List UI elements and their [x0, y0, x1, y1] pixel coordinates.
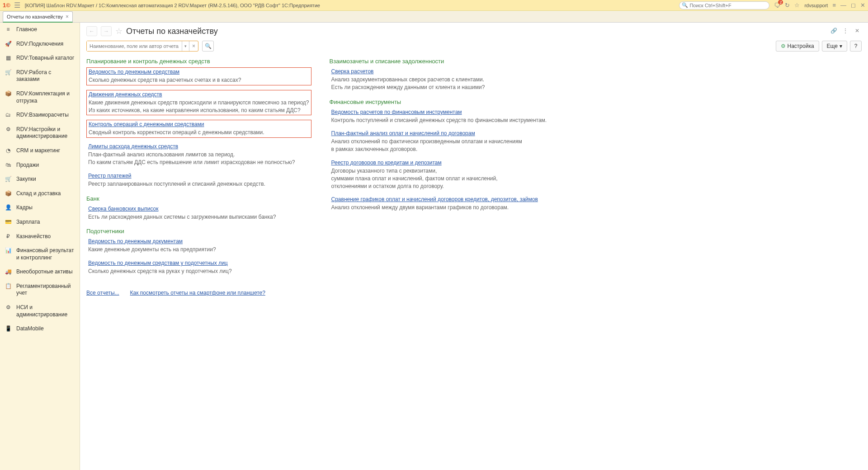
sidebar-label: RDV:Подключения: [16, 41, 63, 48]
sidebar-item[interactable]: 📱DataMobile: [0, 322, 80, 336]
report-link-cash-statement[interactable]: Ведомость по денежным средствам: [89, 69, 179, 75]
report-search-wrap: ▾ ×: [86, 41, 198, 52]
sidebar-label: RDV:Взаиморасчеты: [16, 112, 69, 119]
report-link-loan-deposit-register[interactable]: Реестр договоров по кредитам и депозитам: [331, 160, 442, 166]
report-link-schedule-compare[interactable]: Сравнение графиков оплат и начислений до…: [331, 196, 538, 202]
report-desc: Какие движения денежных средств происход…: [89, 99, 309, 114]
sidebar-label: Главное: [16, 26, 37, 33]
favorite-star-icon[interactable]: ☆: [115, 26, 123, 36]
sidebar-item[interactable]: ▦RDV:Товарный каталог: [0, 51, 80, 66]
sidebar-item[interactable]: 📊Финансовый результат и контроллинг: [0, 244, 80, 265]
sidebar-label: RDV:Комплектация и отгрузка: [16, 90, 75, 104]
nav-forward-button[interactable]: →: [101, 26, 112, 36]
sidebar-label: Закупки: [16, 176, 36, 183]
sidebar-item[interactable]: 🚀RDV:Подключения: [0, 37, 80, 52]
content-area: ← → ☆ Отчеты по казначейству 🔗 ⋮ ✕ ▾ × 🔍…: [80, 23, 868, 470]
sidebar-item[interactable]: 🛒RDV:Работа с заказами: [0, 66, 80, 87]
menu-icon[interactable]: ☰: [14, 1, 20, 9]
sidebar-item[interactable]: ⚙RDV:Настройки и администрирование: [0, 122, 80, 144]
sidebar-item[interactable]: 🛒Закупки: [0, 172, 80, 187]
tab-reports-treasury[interactable]: Отчеты по казначейству ×: [3, 11, 73, 23]
sidebar-icon: ⚙: [5, 126, 12, 132]
section-title: Финансовые инструменты: [330, 99, 549, 105]
link-icon[interactable]: 🔗: [829, 26, 838, 35]
sidebar-item[interactable]: 💳Зарплата: [0, 215, 80, 230]
all-reports-link[interactable]: Все отчеты...: [86, 290, 119, 296]
sidebar-icon: 🛍: [5, 162, 12, 168]
nav-back-button[interactable]: ←: [86, 26, 97, 36]
report-link-fin-instruments[interactable]: Ведомость расчетов по финансовым инструм…: [331, 109, 462, 115]
help-button[interactable]: ?: [850, 41, 862, 52]
global-search-input[interactable]: [679, 1, 769, 9]
report-block: План-фактный анализ оплат и начислений п…: [330, 129, 549, 154]
search-clear-icon[interactable]: ×: [189, 41, 198, 51]
notifications-icon[interactable]: 🗨2: [774, 2, 780, 9]
section-title: Банк: [86, 195, 311, 202]
sidebar-item[interactable]: 📦RDV:Комплектация и отгрузка: [0, 87, 80, 108]
maximize-icon[interactable]: ◻: [851, 2, 856, 9]
sidebar-label: Склад и доставка: [16, 190, 61, 197]
settings-button[interactable]: ⚙Настройка: [776, 41, 819, 52]
settings-icon[interactable]: ≡: [832, 2, 836, 9]
search-button[interactable]: 🔍: [202, 41, 214, 52]
report-search-input[interactable]: [87, 41, 182, 51]
more-button[interactable]: Еще ▾: [822, 41, 847, 52]
report-desc: Какие денежные документы есть на предпри…: [88, 246, 310, 254]
report-block: Ведомость по денежным средствам у подотч…: [86, 259, 311, 276]
sidebar-icon: ◔: [5, 147, 12, 154]
sidebar-item[interactable]: 🗂RDV:Взаиморасчеты: [0, 108, 80, 122]
section-title: Планирование и контроль денежных средств: [86, 58, 311, 65]
report-link-cash-ops-control[interactable]: Контроль операций с денежными средствами: [89, 121, 204, 127]
close-icon[interactable]: ✕: [860, 2, 865, 9]
search-dropdown-icon[interactable]: ▾: [182, 41, 189, 51]
sidebar-label: Финансовый результат и контроллинг: [16, 247, 75, 261]
report-block: Реестр платежей Реестр запланированных п…: [86, 172, 311, 189]
report-link-spend-limits[interactable]: Лимиты расхода денежных средств: [88, 143, 178, 150]
favorite-icon[interactable]: ☆: [794, 2, 800, 9]
report-link-cash-docs[interactable]: Ведомость по денежным документам: [88, 238, 183, 244]
sidebar-icon: ≡: [5, 26, 12, 33]
sidebar-label: Кадры: [16, 204, 33, 212]
mobile-howto-link[interactable]: Как посмотреть отчеты на смартфоне или п…: [130, 290, 265, 296]
sidebar-item[interactable]: 🚚Внеоборотные активы: [0, 265, 80, 279]
sidebar-item[interactable]: 📋Регламентированный учет: [0, 279, 80, 301]
report-desc: Договоры указанного типа с реквизитами,с…: [331, 167, 547, 190]
sidebar-icon: 📦: [5, 90, 12, 97]
sidebar-item[interactable]: ₽Казначейство: [0, 230, 80, 244]
sidebar-icon: 🗂: [5, 112, 12, 118]
report-link-bank-reconcile[interactable]: Сверка банковских выписок: [88, 206, 159, 212]
page-title: Отчеты по казначейству: [126, 27, 218, 36]
kebab-icon[interactable]: ⋮: [841, 26, 850, 35]
sidebar-label: RDV:Работа с заказами: [16, 69, 75, 83]
report-link-plan-fact-payments[interactable]: План-фактный анализ оплат и начислений п…: [331, 130, 475, 136]
close-content-icon[interactable]: ✕: [853, 26, 862, 35]
notif-badge: 2: [778, 0, 783, 5]
tabbar: Отчеты по казначейству ×: [0, 11, 868, 23]
report-link-payment-register[interactable]: Реестр платежей: [88, 173, 132, 179]
sidebar-item[interactable]: ≡Главное: [0, 23, 80, 37]
report-block: Ведомость по денежным средствам Сколько …: [86, 67, 311, 85]
history-icon[interactable]: ↻: [785, 2, 790, 9]
sidebar-item[interactable]: 📦Склад и доставка: [0, 187, 80, 201]
sidebar-label: Зарплата: [16, 219, 40, 226]
report-link-cash-flow[interactable]: Движения денежных средств: [89, 91, 162, 98]
sidebar-item[interactable]: ⚙НСИ и администрирование: [0, 301, 80, 322]
global-search: 🔍: [679, 1, 769, 9]
sidebar: ≡Главное🚀RDV:Подключения▦RDV:Товарный ка…: [0, 23, 80, 470]
report-desc: Анализ задокументированных сверок расчет…: [331, 76, 547, 91]
sidebar-icon: 🚚: [5, 268, 12, 275]
sidebar-icon: 💳: [5, 219, 12, 225]
tab-close-icon[interactable]: ×: [66, 14, 69, 20]
sidebar-item[interactable]: 👤Кадры: [0, 201, 80, 215]
sidebar-icon: 👤: [5, 204, 12, 211]
minimize-icon[interactable]: —: [840, 2, 846, 9]
sidebar-item[interactable]: 🛍Продажи: [0, 158, 80, 173]
sidebar-label: CRM и маркетинг: [16, 147, 60, 155]
report-block: Сверка расчетов Анализ задокументированн…: [330, 67, 549, 92]
user-label[interactable]: rdvsupport: [804, 3, 828, 8]
sidebar-item[interactable]: ◔CRM и маркетинг: [0, 144, 80, 158]
sidebar-label: НСИ и администрирование: [16, 304, 75, 318]
report-link-settlement-check[interactable]: Сверка расчетов: [331, 68, 374, 75]
report-link-accountable-cash[interactable]: Ведомость по денежным средствам у подотч…: [88, 260, 228, 266]
chevron-down-icon: ▾: [840, 43, 842, 49]
